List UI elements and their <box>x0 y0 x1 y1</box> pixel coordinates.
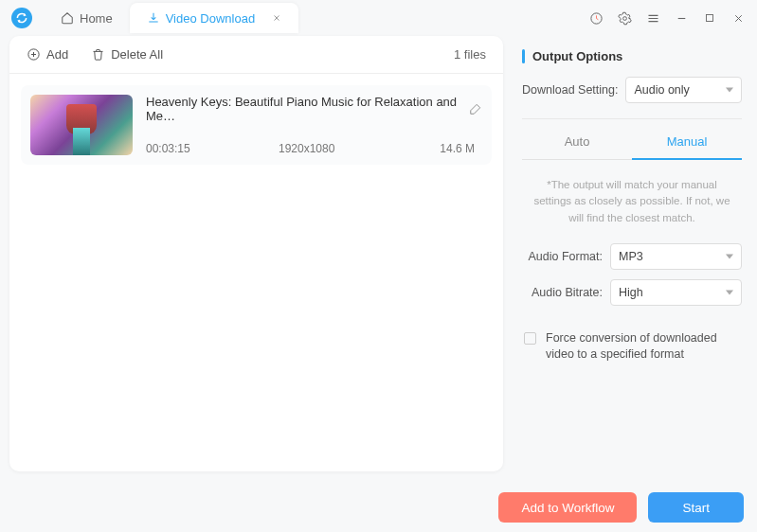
subtab-manual[interactable]: Manual <box>632 125 742 160</box>
force-conversion-checkbox[interactable] <box>524 332 536 345</box>
tab-home-label: Home <box>80 11 113 26</box>
left-panel: Add Delete All 1 files Heavenly Keys: Be… <box>9 36 503 471</box>
titlebar: Home Video Download <box>0 0 757 36</box>
settings-icon[interactable] <box>617 10 632 26</box>
file-title-row: Heavenly Keys: Beautiful Piano Music for… <box>146 95 482 123</box>
download-setting-select[interactable]: Audio only <box>625 77 742 103</box>
download-setting-row: Download Setting: Audio only <box>522 77 742 103</box>
download-icon <box>147 11 160 25</box>
right-panel: Output Options Download Setting: Audio o… <box>503 36 748 471</box>
file-meta: 00:03:15 1920x1080 14.6 M <box>146 142 482 155</box>
minimize-icon[interactable] <box>674 10 689 26</box>
add-label: Add <box>46 47 68 62</box>
trash-icon <box>91 47 105 62</box>
main: Add Delete All 1 files Heavenly Keys: Be… <box>0 36 757 481</box>
audio-bitrate-select[interactable]: High <box>610 279 742 306</box>
close-window-icon[interactable] <box>730 10 746 26</box>
start-button[interactable]: Start <box>648 492 744 523</box>
delete-all-button[interactable]: Delete All <box>91 47 163 62</box>
audio-format-select[interactable]: MP3 <box>610 243 742 270</box>
footer: Add to Workflow Start <box>498 492 744 523</box>
divider <box>522 118 742 119</box>
tab-video-download[interactable]: Video Download <box>130 3 298 33</box>
force-conversion-row: Force conversion of downloaded video to … <box>522 315 742 364</box>
menu-icon[interactable] <box>645 10 660 26</box>
file-info: Heavenly Keys: Beautiful Piano Music for… <box>146 95 482 155</box>
add-to-workflow-button[interactable]: Add to Workflow <box>498 492 637 523</box>
file-item[interactable]: Heavenly Keys: Beautiful Piano Music for… <box>21 85 492 165</box>
add-button[interactable]: Add <box>27 47 68 62</box>
history-icon[interactable] <box>588 10 604 26</box>
edit-icon[interactable] <box>469 102 482 115</box>
file-resolution: 1920x1080 <box>279 142 402 155</box>
home-icon <box>61 11 74 25</box>
plus-icon <box>27 47 41 62</box>
app-logo <box>11 8 32 28</box>
window-controls <box>588 10 746 26</box>
svg-rect-2 <box>707 15 713 22</box>
download-setting-label: Download Setting: <box>522 83 618 97</box>
force-conversion-label: Force conversion of downloaded video to … <box>546 330 736 364</box>
audio-format-label: Audio Format: <box>522 250 603 263</box>
delete-all-label: Delete All <box>111 47 163 62</box>
maximize-icon[interactable] <box>702 10 717 26</box>
hint-text: *The output will match your manual setti… <box>522 160 742 243</box>
audio-bitrate-label: Audio Bitrate: <box>522 286 603 299</box>
subtab-auto[interactable]: Auto <box>522 125 632 160</box>
close-tab-icon[interactable] <box>272 11 281 26</box>
output-options-title: Output Options <box>522 49 742 63</box>
file-title: Heavenly Keys: Beautiful Piano Music for… <box>146 95 463 123</box>
subtabs: Auto Manual <box>522 125 742 160</box>
files-count: 1 files <box>454 47 486 62</box>
audio-bitrate-row: Audio Bitrate: High <box>522 279 742 306</box>
tab-video-download-label: Video Download <box>166 11 255 26</box>
thumbnail <box>30 95 133 155</box>
toolbar: Add Delete All 1 files <box>9 36 503 74</box>
tabs: Home Video Download <box>44 3 298 33</box>
file-duration: 00:03:15 <box>146 142 279 155</box>
file-size: 14.6 M <box>440 142 475 155</box>
file-list: Heavenly Keys: Beautiful Piano Music for… <box>9 74 503 176</box>
tab-home[interactable]: Home <box>44 3 130 33</box>
svg-point-1 <box>622 16 626 20</box>
audio-format-row: Audio Format: MP3 <box>522 243 742 270</box>
